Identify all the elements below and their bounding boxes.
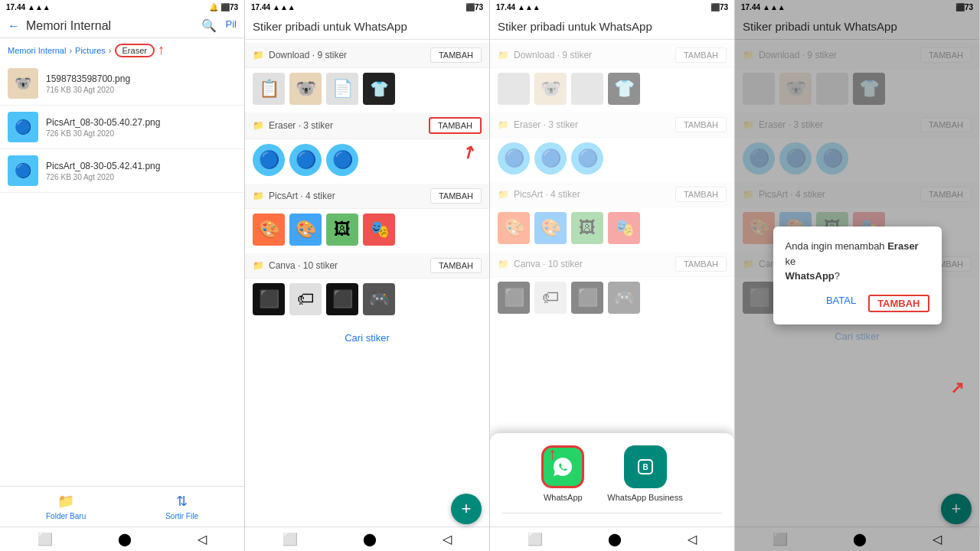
nav-circle[interactable]: ⬤ bbox=[118, 532, 132, 546]
sortir-file-button[interactable]: ⇅ Sortir File bbox=[165, 493, 198, 520]
signal-3: ▲▲▲ bbox=[518, 3, 541, 11]
nav-triangle-3[interactable]: ◁ bbox=[688, 532, 697, 546]
breadcrumb-current[interactable]: Eraser bbox=[115, 44, 155, 57]
section-title-canva: Canva · 10 stiker bbox=[269, 260, 426, 271]
sheet-divider bbox=[502, 513, 722, 514]
s3-d3 bbox=[571, 73, 603, 105]
nav-bar-2: ⬜ ⬤ ◁ bbox=[245, 527, 489, 551]
s3-p4: 🎭 bbox=[608, 212, 640, 244]
file-list: 🐨 1598783598700.png 716 KB 30 Agt 2020 🔵… bbox=[0, 62, 244, 486]
tambah-canva-2[interactable]: TAMBAH bbox=[430, 258, 482, 273]
cari-stiker-2[interactable]: Cari stiker bbox=[245, 323, 489, 353]
sticker-row-eraser: 🔵 🔵 🔵 bbox=[245, 139, 489, 181]
s3-e2: 🔵 bbox=[534, 142, 567, 174]
tambah-picsart-2[interactable]: TAMBAH bbox=[430, 188, 482, 204]
s3-c2: 🏷 bbox=[534, 282, 567, 314]
fab-2[interactable]: + bbox=[451, 494, 482, 524]
sticker-thumb-e1: 🔵 bbox=[253, 144, 285, 176]
file-thumb-2: 🔵 bbox=[8, 112, 38, 142]
s3-c3: ⬛ bbox=[571, 282, 603, 314]
folder-icon-canva: 📁 bbox=[253, 260, 264, 271]
folder-icon-picsart: 📁 bbox=[253, 191, 264, 201]
nav-triangle[interactable]: ◁ bbox=[198, 532, 207, 546]
file-name-2: PicsArt_08-30-05.40.27.png bbox=[46, 117, 237, 128]
folder-icon-d3: 📁 bbox=[498, 50, 509, 60]
folder-icon: 📁 bbox=[57, 493, 74, 510]
time-3: 17.44 bbox=[496, 3, 515, 11]
dialog-tambah-button[interactable]: TAMBAH bbox=[868, 295, 929, 312]
breadcrumb-root[interactable]: Memori Internal bbox=[8, 46, 66, 55]
search-icon[interactable]: 🔍 bbox=[201, 18, 217, 33]
section-title-download: Download · 9 stiker bbox=[269, 50, 426, 60]
nav-circle-2[interactable]: ⬤ bbox=[363, 532, 377, 546]
sticker-row-picsart: 🎨 🎨 🖼 🎭 bbox=[245, 209, 489, 250]
file-name-3: PicsArt_08-30-05.42.41.png bbox=[46, 161, 237, 171]
battery-2: ⬛73 bbox=[466, 3, 483, 11]
sticker-thumb-d1: 📋 bbox=[253, 73, 285, 105]
nav-square-3[interactable]: ⬜ bbox=[528, 532, 543, 546]
dialog-suffix: ke bbox=[786, 256, 796, 267]
s3-p2: 🎨 bbox=[534, 212, 567, 244]
more-icon[interactable]: Pil bbox=[226, 18, 237, 33]
sticker-thumb-p3: 🖼 bbox=[326, 214, 358, 246]
red-arrow-whatsapp: ↑ bbox=[548, 444, 557, 464]
s3-d1 bbox=[498, 73, 530, 105]
s3-c4: 🎮 bbox=[608, 282, 640, 314]
dialog-batal-button[interactable]: BATAL bbox=[826, 295, 856, 312]
svg-text:B: B bbox=[642, 463, 648, 471]
dialog-actions: BATAL TAMBAH bbox=[786, 295, 929, 312]
signal-1: ▲▲▲ bbox=[28, 3, 51, 11]
file-item-2[interactable]: 🔵 PicsArt_08-30-05.40.27.png 726 KB 30 A… bbox=[0, 106, 244, 149]
s3-c1: ⬛ bbox=[498, 282, 530, 314]
folder-baru-button[interactable]: 📁 Folder Baru bbox=[46, 493, 86, 520]
file-item-1[interactable]: 🐨 1598783598700.png 716 KB 30 Agt 2020 bbox=[0, 62, 244, 106]
nav-square[interactable]: ⬜ bbox=[38, 532, 53, 546]
notif-icon: 🔔 bbox=[209, 3, 218, 11]
status-bar-1: 17.44 ▲▲▲ 🔔 ⬛73 bbox=[0, 0, 244, 14]
sticker-row-canva: ⬛ 🏷 ⬛ 🎮 bbox=[245, 279, 489, 320]
tambah-download-2[interactable]: TAMBAH bbox=[430, 47, 482, 63]
sticker-thumb-c2: 🏷 bbox=[289, 283, 322, 315]
tambah-c3: TAMBAH bbox=[675, 256, 727, 272]
nav-square-2[interactable]: ⬜ bbox=[283, 532, 298, 546]
panel-sticker-2: 17.44 ▲▲▲ ⬛73 Stiker pribadi untuk Whats… bbox=[245, 0, 490, 551]
sticker-thumb-d2: 🐨 bbox=[289, 73, 322, 105]
breadcrumb-middle[interactable]: Pictures bbox=[75, 46, 106, 55]
battery-1: ⬛73 bbox=[220, 3, 238, 11]
tambah-eraser-2[interactable]: TAMBAH bbox=[429, 117, 482, 134]
status-bar-3: 17.44 ▲▲▲ ⬛73 bbox=[490, 0, 734, 14]
status-bar-2: 17.44 ▲▲▲ ⬛73 bbox=[245, 0, 489, 14]
section-title-eraser: Eraser · 3 stiker bbox=[269, 120, 424, 131]
sticker-thumb-e3: 🔵 bbox=[326, 144, 358, 176]
sticker-thumb-c1: ⬛ bbox=[253, 283, 285, 315]
section-download-2: 📁 Download · 9 stiker TAMBAH 📋 🐨 📄 👕 bbox=[245, 43, 489, 109]
back-button[interactable]: ← bbox=[8, 19, 20, 33]
sticker-thumb-p1: 🎨 bbox=[253, 214, 285, 246]
whatsapp-label: WhatsApp bbox=[544, 493, 583, 502]
st-c3: Canva · 10 stiker bbox=[514, 259, 671, 269]
time-1: 17.44 bbox=[6, 3, 25, 11]
time-2: 17.44 bbox=[251, 3, 270, 11]
sticker-header-2: Stiker pribadi untuk WhatsApp bbox=[245, 14, 489, 40]
folder-icon-eraser: 📁 bbox=[253, 120, 264, 131]
whatsapp-biz-label: WhatsApp Business bbox=[607, 493, 682, 502]
file-info-1: 1598783598700.png 716 KB 30 Agt 2020 bbox=[46, 73, 237, 94]
sticker-thumb-c4: 🎮 bbox=[363, 283, 395, 315]
nav-circle-3[interactable]: ⬤ bbox=[608, 532, 622, 546]
file-info-3: PicsArt_08-30-05.42.41.png 726 KB 30 Agt… bbox=[46, 161, 237, 181]
signal-2: ▲▲▲ bbox=[273, 3, 296, 11]
section-eraser-2: 📁 Eraser · 3 stiker TAMBAH 🔵 🔵 🔵 ↗ bbox=[245, 112, 489, 181]
section-picsart-3: 📁 PicsArt · 4 stiker TAMBAH 🎨 🎨 🖼 🎭 bbox=[490, 182, 734, 249]
whatsapp-biz-choice[interactable]: B WhatsApp Business bbox=[607, 445, 682, 502]
file-manager-header: ← Memori Internal 🔍 Pil bbox=[0, 14, 244, 38]
nav-triangle-2[interactable]: ◁ bbox=[443, 532, 452, 546]
dialog-text: Anda ingin menambah Eraser ke WhatsApp? bbox=[786, 239, 929, 284]
whatsapp-biz-icon[interactable]: B bbox=[624, 445, 667, 488]
dialog-app: WhatsApp bbox=[786, 270, 835, 282]
sticker-thumb-p4: 🎭 bbox=[363, 214, 395, 246]
file-item-3[interactable]: 🔵 PicsArt_08-30-05.42.41.png 726 KB 30 A… bbox=[0, 149, 244, 193]
folder-icon-download: 📁 bbox=[253, 50, 264, 60]
sort-icon: ⇅ bbox=[176, 493, 188, 510]
section-title-picsart: PicsArt · 4 stiker bbox=[269, 191, 426, 201]
tambah-e3: TAMBAH bbox=[675, 117, 727, 132]
